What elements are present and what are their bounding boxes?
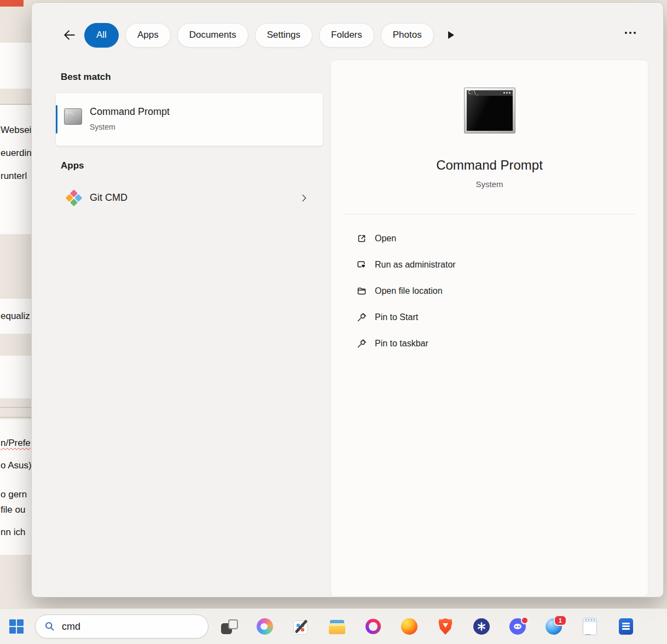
background-text-fragment: file ou <box>1 504 25 515</box>
opera-button[interactable] <box>362 616 384 637</box>
discord-button[interactable] <box>507 616 529 637</box>
firefox-button[interactable] <box>398 616 420 637</box>
background-text-fragment: n/Prefe <box>1 438 31 449</box>
action-pin-to-taskbar[interactable]: Pin to taskbar <box>331 330 648 357</box>
result-subtitle: System <box>90 123 115 131</box>
background-block <box>0 356 31 398</box>
action-label: Pin to taskbar <box>375 339 428 349</box>
cmd-terminal-icon-large: C:\_ <box>464 88 515 134</box>
open-external-icon <box>356 233 367 244</box>
folder-icon <box>356 286 367 297</box>
action-label: Open <box>375 234 396 243</box>
opera-icon <box>366 619 381 634</box>
taskbar-search-box[interactable] <box>35 614 208 639</box>
brave-button[interactable] <box>434 616 456 637</box>
background-app-titlebar-fragment <box>0 0 24 7</box>
tab-apps[interactable]: Apps <box>125 23 171 48</box>
magnifier-icon <box>44 621 55 632</box>
action-label: Open file location <box>375 286 443 296</box>
menu-button[interactable] <box>622 31 639 34</box>
background-block <box>0 43 31 89</box>
preview-title: Command Prompt <box>331 158 648 173</box>
document-app-button[interactable] <box>615 616 637 637</box>
file-explorer-icon <box>329 619 345 634</box>
tab-folders[interactable]: Folders <box>319 23 374 48</box>
taskbar-app-icons: 1 <box>218 616 637 637</box>
background-text-fragment: equaliz <box>1 311 30 322</box>
notepad-icon <box>583 618 597 635</box>
search-filter-tabs: All Apps Documents Settings Folders Phot… <box>60 22 454 48</box>
pin-icon <box>356 312 367 323</box>
app-result-git-cmd[interactable]: Git CMD <box>55 183 322 214</box>
taskbar: 1 <box>0 608 667 644</box>
mail-button[interactable]: 1 <box>543 616 565 637</box>
pin-icon <box>356 338 367 349</box>
brave-icon <box>438 618 453 635</box>
result-title: Git CMD <box>90 192 127 204</box>
selection-accent-bar <box>56 105 57 134</box>
best-match-result[interactable]: C:\_ Command Prompt System <box>55 92 323 146</box>
search-input[interactable] <box>61 620 183 633</box>
background-text-fragment: o Asus) <box>1 460 32 471</box>
tab-all[interactable]: All <box>84 23 119 48</box>
tab-photos[interactable]: Photos <box>381 23 434 48</box>
notepad-button[interactable] <box>579 616 601 637</box>
action-label: Run as administrator <box>375 260 456 270</box>
tab-documents[interactable]: Documents <box>177 23 248 48</box>
photos-pen-icon <box>292 618 310 635</box>
result-preview-pane: C:\_ Command Prompt System Open <box>330 60 648 597</box>
preview-subtitle: System <box>331 179 648 189</box>
file-explorer-button[interactable] <box>326 616 348 637</box>
result-title: Command Prompt <box>90 106 170 118</box>
photos-pen-button[interactable] <box>290 616 312 637</box>
background-divider <box>0 417 31 417</box>
action-pin-to-start[interactable]: Pin to Start <box>331 304 648 330</box>
windows-logo-icon <box>9 619 24 634</box>
background-text-fragment: runterl <box>1 171 27 182</box>
background-divider <box>0 104 31 105</box>
background-divider <box>0 407 31 408</box>
cmd-terminal-icon: C:\_ <box>64 108 82 125</box>
asterisk-app-icon <box>473 618 490 635</box>
back-button[interactable] <box>60 26 78 44</box>
preview-actions: Open Run as administrator <box>331 225 648 357</box>
section-heading-best-match: Best match <box>61 72 111 83</box>
background-text-fragment: Webseit <box>1 125 34 136</box>
action-open-file-location[interactable]: Open file location <box>331 278 648 304</box>
document-app-icon <box>619 618 633 635</box>
more-filters-icon[interactable] <box>448 31 454 39</box>
section-heading-apps: Apps <box>61 160 84 171</box>
ellipsis-icon <box>625 32 627 34</box>
tab-settings[interactable]: Settings <box>255 23 312 48</box>
start-button[interactable] <box>4 614 28 639</box>
arrow-left-icon <box>62 28 76 42</box>
action-label: Pin to Start <box>375 312 418 322</box>
search-flyout-panel: All Apps Documents Settings Folders Phot… <box>31 2 664 597</box>
git-cmd-icon <box>65 189 83 207</box>
firefox-icon <box>401 618 417 635</box>
background-text-fragment: euerdin <box>1 148 32 159</box>
notification-badge: 1 <box>554 615 567 626</box>
task-view-icon <box>220 618 237 635</box>
background-text-fragment: nn ich <box>1 527 25 538</box>
action-open[interactable]: Open <box>331 225 648 252</box>
asterisk-app-button[interactable] <box>471 616 492 637</box>
preview-divider <box>344 214 635 214</box>
chevron-right-icon[interactable] <box>299 193 309 205</box>
background-text-fragment: o gern <box>1 489 27 500</box>
action-run-as-administrator[interactable]: Run as administrator <box>331 252 648 278</box>
notification-dot <box>521 617 529 624</box>
admin-shield-icon <box>356 259 367 270</box>
task-view-button[interactable] <box>218 616 240 637</box>
copilot-button[interactable] <box>254 616 276 637</box>
copilot-icon <box>257 618 273 635</box>
